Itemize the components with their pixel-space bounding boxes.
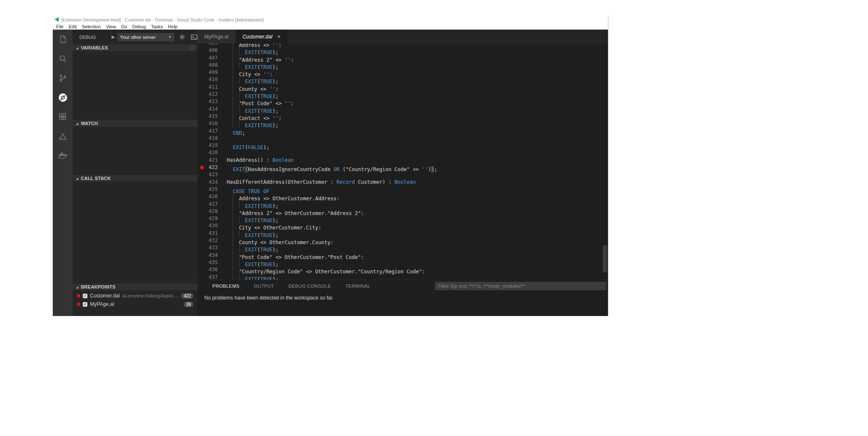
breakpoint-gutter[interactable] <box>198 69 206 76</box>
start-debug-button[interactable]: ▶ <box>111 35 115 39</box>
breakpoint-gutter[interactable] <box>198 54 206 62</box>
breakpoint-gutter[interactable] <box>198 222 206 229</box>
code-line[interactable]: 419EXIT(FALSE); <box>198 142 608 149</box>
menu-view[interactable]: View <box>103 24 119 29</box>
breakpoint-gutter[interactable] <box>198 120 206 127</box>
tab-customer-dal[interactable]: Customer.dal× <box>236 30 288 44</box>
breakpoint-gutter[interactable] <box>198 157 206 164</box>
code-line[interactable]: 416EXIT(TRUE); <box>198 120 608 127</box>
section-header-call-stack[interactable]: ◢CALL STACK <box>73 175 198 182</box>
panel-tab-problems[interactable]: PROBLEMS <box>212 283 239 289</box>
code-line[interactable]: 409City <> '': <box>198 69 608 76</box>
breakpoint-gutter[interactable] <box>198 62 206 69</box>
breakpoint-gutter[interactable] <box>198 252 206 259</box>
breakpoint-gutter[interactable] <box>198 259 206 266</box>
code-line[interactable]: 413"Post Code" <> '': <box>198 98 608 105</box>
code-line[interactable]: 411County <> '': <box>198 84 608 91</box>
code-line[interactable]: 421HasAddress() : Boolean <box>198 157 608 164</box>
activity-explorer[interactable] <box>53 30 73 49</box>
code-line[interactable]: 405Address <> '': <box>198 44 608 47</box>
breakpoint-checkbox[interactable]: ✓ <box>83 302 87 307</box>
close-icon[interactable]: × <box>277 33 281 40</box>
breakpoint-gutter[interactable] <box>198 201 206 208</box>
section-header-variables[interactable]: ◢VARIABLES <box>73 44 198 51</box>
code-line[interactable]: 435EXIT(TRUE); <box>198 259 608 266</box>
breakpoint-gutter[interactable] <box>198 149 206 156</box>
code-line[interactable]: 427EXIT(TRUE); <box>198 201 608 208</box>
breakpoint-gutter[interactable] <box>198 47 206 54</box>
breakpoint-gutter[interactable] <box>198 186 206 193</box>
breakpoint-row[interactable]: ✓MyPAge.al39 <box>73 300 198 308</box>
code-line[interactable]: 407"Address 2" <> '': <box>198 54 608 62</box>
code-line[interactable]: 432County <> OtherCustomer.County: <box>198 237 608 244</box>
breakpoint-gutter[interactable] <box>198 44 206 47</box>
activity-triangle-tool[interactable] <box>53 127 73 146</box>
activity-debug[interactable] <box>53 88 73 107</box>
code-line[interactable]: 430City <> OtherCustomer.City: <box>198 222 608 229</box>
code-line[interactable]: 434"Post Code" <> OtherCustomer."Post Co… <box>198 252 608 259</box>
panel-tab-debug-console[interactable]: DEBUG CONSOLE <box>288 283 331 289</box>
activity-extensions[interactable] <box>53 107 73 127</box>
breakpoint-gutter[interactable] <box>198 237 206 244</box>
breakpoint-gutter[interactable] <box>198 171 206 178</box>
activity-docker[interactable] <box>53 146 73 166</box>
code-line[interactable]: 426Address <> OtherCustomer.Address: <box>198 193 608 200</box>
breakpoint-gutter[interactable] <box>198 164 206 171</box>
breakpoint-gutter[interactable] <box>198 106 206 113</box>
code-line[interactable]: 418 <box>198 135 608 142</box>
breakpoint-gutter[interactable] <box>198 84 206 91</box>
breakpoint-gutter[interactable] <box>198 98 206 105</box>
code-line[interactable]: 412EXIT(TRUE); <box>198 91 608 98</box>
code-line[interactable]: 406EXIT(TRUE); <box>198 47 608 54</box>
breakpoint-gutter[interactable] <box>198 215 206 222</box>
menu-file[interactable]: File <box>54 24 66 29</box>
breakpoint-gutter[interactable] <box>198 76 206 83</box>
breakpoint-row[interactable]: ✓Customer.dalal-preview://allang/Applica… <box>73 292 198 300</box>
code-line[interactable]: 436"Country/Region Code" <> OtherCustome… <box>198 266 608 273</box>
breakpoint-gutter[interactable] <box>198 274 206 280</box>
code-line[interactable]: 429EXIT(TRUE); <box>198 215 608 222</box>
activity-source-control[interactable] <box>53 68 73 88</box>
code-line[interactable]: 433EXIT(TRUE); <box>198 244 608 251</box>
code-line[interactable]: 425CASE TRUE OF <box>198 186 608 193</box>
breakpoint-gutter[interactable] <box>198 208 206 215</box>
code-line[interactable]: 431EXIT(TRUE); <box>198 230 608 237</box>
breakpoint-gutter[interactable] <box>198 142 206 149</box>
breakpoint-gutter[interactable] <box>198 128 206 135</box>
code-line[interactable]: 410EXIT(TRUE); <box>198 76 608 83</box>
workbench: DEBUG ▶ Your other server ▼ ◢VARIABLES◢W… <box>53 30 608 316</box>
breakpoint-gutter[interactable] <box>198 135 206 142</box>
activity-search[interactable] <box>53 49 73 68</box>
menu-debug[interactable]: Debug <box>130 24 148 29</box>
code-line[interactable]: 422EXIT(HasAddressIgnoreCountryCode OR (… <box>198 164 608 171</box>
code-line[interactable]: 414EXIT(TRUE); <box>198 106 608 113</box>
variables-action-icon[interactable] <box>190 46 194 50</box>
breakpoint-gutter[interactable] <box>198 244 206 251</box>
panel-tab-terminal[interactable]: TERMINAL <box>345 283 370 289</box>
menu-go[interactable]: Go <box>119 24 130 29</box>
breakpoint-gutter[interactable] <box>198 91 206 98</box>
problems-filter-input[interactable] <box>435 282 606 290</box>
code-line[interactable]: 424HasDifferentAddress(OtherCustomer : R… <box>198 179 608 186</box>
breakpoint-checkbox[interactable]: ✓ <box>83 294 87 298</box>
code-line[interactable]: 415Contact <> '': <box>198 113 608 120</box>
breakpoint-gutter[interactable] <box>198 266 206 273</box>
tab-mypage-al[interactable]: MyPAge.al <box>198 30 236 44</box>
menu-edit[interactable]: Edit <box>66 24 79 29</box>
section-header-breakpoints[interactable]: ◢BREAKPOINTS <box>73 283 198 290</box>
menu-help[interactable]: Help <box>165 24 180 29</box>
breakpoint-gutter[interactable] <box>198 179 206 186</box>
breakpoint-gutter[interactable] <box>198 193 206 200</box>
breakpoint-gutter[interactable] <box>198 113 206 120</box>
debug-config-dropdown[interactable]: Your other server ▼ <box>117 33 174 41</box>
menu-tasks[interactable]: Tasks <box>149 24 165 29</box>
menu-selection[interactable]: Selection <box>79 24 103 29</box>
code-line[interactable]: 428"Address 2" <> OtherCustomer."Address… <box>198 208 608 215</box>
section-header-watch[interactable]: ◢WATCH <box>73 120 198 127</box>
configure-gear-button[interactable] <box>179 34 185 40</box>
editor-scrollbar[interactable] <box>603 245 607 272</box>
code-line[interactable]: 408EXIT(TRUE); <box>198 62 608 69</box>
open-debug-console-button[interactable] <box>191 34 198 40</box>
panel-tab-output[interactable]: OUTPUT <box>254 283 274 289</box>
breakpoint-gutter[interactable] <box>198 230 206 237</box>
